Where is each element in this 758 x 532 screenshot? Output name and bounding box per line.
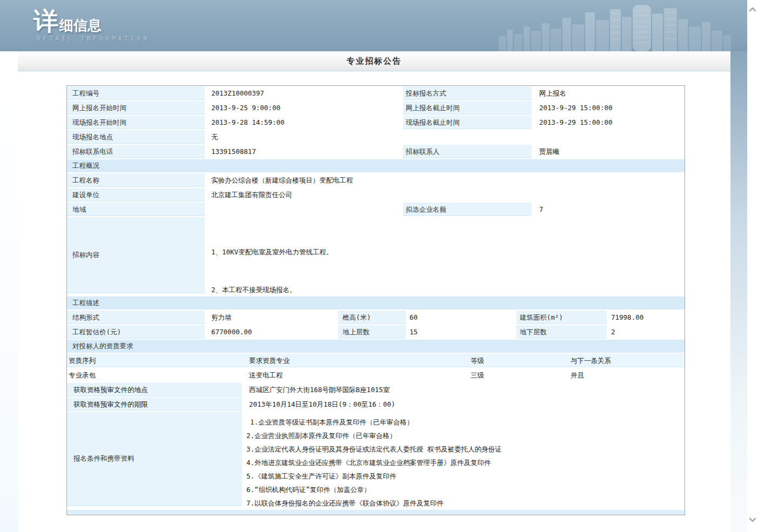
list-item: 4.外地进京建筑业企业还应携带《北京市建筑业企业档案管理手册》原件及复印件 bbox=[246, 456, 685, 469]
field-label: 工程编号 bbox=[67, 86, 205, 100]
field-label: 檐高(米) bbox=[338, 311, 406, 324]
field-value bbox=[205, 203, 403, 216]
list-item: 6.“组织机构代码证”复印件（加盖公章） bbox=[246, 483, 685, 496]
field-label: 现场报名截止时间 bbox=[403, 116, 532, 129]
field-label: 招标联系人 bbox=[403, 145, 532, 158]
field-label: 获取资格预审文件的地点 bbox=[67, 383, 242, 396]
table-row: 结构形式 剪力墙 檐高(米) 60 建筑面积(m²) 71998.00 bbox=[67, 311, 685, 325]
field-value: 剪力墙 bbox=[205, 311, 338, 324]
field-label: 投标报名方式 bbox=[403, 86, 532, 100]
field-value: 7 bbox=[532, 203, 685, 216]
field-value: 71998.00 bbox=[607, 311, 685, 324]
list-item: 2.企业营业执照副本原件及复印件（已年审合格） bbox=[246, 429, 685, 442]
city-skyline-image bbox=[499, 3, 731, 51]
right-background-strip bbox=[730, 51, 747, 532]
field-label: 报名条件和携带资料 bbox=[67, 412, 242, 506]
tender-content-line: 2、本工程不接受现场报名。 bbox=[211, 283, 685, 297]
table-cell: 三级 bbox=[465, 368, 568, 382]
column-header: 要求资质专业 bbox=[242, 354, 465, 367]
field-label: 工程暂估价(元) bbox=[67, 325, 205, 339]
field-label: 招标联系电话 bbox=[67, 145, 205, 158]
site-logo: 详 细信息 DETAIL INFORMATION bbox=[33, 9, 150, 42]
field-value: 网上报名 bbox=[532, 86, 685, 100]
qualification-data-row: 专业承包 送变电工程 三级 并且 bbox=[67, 368, 685, 383]
field-label: 地域 bbox=[67, 203, 205, 216]
list-item: 3.企业法定代表人身份证明及其身份证或法定代表人委托授 权书及被委托人的身份证 bbox=[246, 442, 685, 456]
table-row-requirements: 报名条件和携带资料 1.企业资质等级证书副本原件及复印件（已年审合格） 2.企业… bbox=[67, 412, 685, 510]
table-row: 工程暂估价(元) 6770000.00 地上层数 15 地下层数 2 bbox=[67, 325, 685, 340]
page-title: 专业招标公告 bbox=[347, 56, 402, 66]
title-bar: 专业招标公告 bbox=[18, 51, 730, 71]
table-row: 获取资格预审文件的期限 2013年10月14日至10月18日(9：00至16：0… bbox=[67, 398, 685, 412]
field-value: 6770000.00 bbox=[205, 325, 338, 339]
qualification-header-row: 资质序列 要求资质专业 等级 与下一条关系 bbox=[67, 354, 685, 368]
field-label: 招标内容 bbox=[67, 217, 205, 293]
left-margin-strip bbox=[0, 51, 18, 532]
requirements-list: 1.企业资质等级证书副本原件及复印件（已年审合格） 2.企业营业执照副本原件及复… bbox=[242, 412, 685, 510]
field-value: 13391508817 bbox=[205, 145, 403, 158]
field-value: 2 bbox=[607, 325, 685, 339]
field-value: 2013-9-29 15:00:00 bbox=[532, 116, 685, 129]
section-header-qualification: 对投标人的资质要求 bbox=[67, 340, 685, 353]
scrollbar[interactable] bbox=[747, 0, 758, 532]
table-cell: 并且 bbox=[568, 368, 685, 382]
logo-text-big: 详 bbox=[33, 9, 58, 33]
scroll-up-icon[interactable] bbox=[748, 5, 757, 14]
column-header: 等级 bbox=[465, 354, 568, 367]
column-header: 与下一条关系 bbox=[568, 354, 685, 367]
field-value: 贾晨曦 bbox=[532, 145, 685, 158]
table-row: 工程名称 实验办公综合楼（新建综合楼项目）变配电工程 bbox=[67, 173, 685, 188]
tender-content-line: 1、10KV变配电室及室外电力管线工程。 bbox=[211, 245, 685, 259]
field-value: 15 bbox=[406, 325, 516, 339]
field-value: 2013-9-25 9:00:00 bbox=[205, 101, 403, 115]
field-label: 现场报名开始时间 bbox=[67, 116, 205, 129]
table-cell: 送变电工程 bbox=[242, 368, 465, 382]
field-value: 2013-9-29 15:00:00 bbox=[532, 101, 685, 115]
section-header-overview: 工程概况 bbox=[67, 159, 685, 172]
list-item: 1.企业资质等级证书副本原件及复印件（已年审合格） bbox=[246, 415, 685, 429]
table-row: 地域 拟选企业名额 7 bbox=[67, 203, 685, 217]
field-label: 地上层数 bbox=[338, 325, 406, 339]
field-label: 获取资格预审文件的期限 bbox=[67, 398, 242, 411]
field-label: 现场报名地点 bbox=[67, 130, 205, 144]
scroll-down-icon[interactable] bbox=[748, 515, 757, 524]
announcement-table: 工程编号 2013Z10000397 投标报名方式 网上报名 网上报名开始时间 … bbox=[66, 85, 685, 515]
field-label: 结构形式 bbox=[67, 311, 205, 324]
field-label: 网上报名截止时间 bbox=[403, 101, 532, 115]
table-bottom-strip bbox=[67, 510, 685, 515]
field-label: 拟选企业名额 bbox=[403, 203, 532, 216]
field-value: 2013年10月14日至10月18日(9：00至16：00) bbox=[242, 398, 685, 411]
table-row: 工程编号 2013Z10000397 投标报名方式 网上报名 bbox=[67, 86, 685, 101]
table-row: 现场报名地点 无 bbox=[67, 130, 685, 145]
field-label: 建筑面积(m²) bbox=[516, 311, 607, 324]
field-value: 实验办公综合楼（新建综合楼项目）变配电工程 bbox=[205, 173, 685, 187]
field-value: 1、10KV变配电室及室外电力管线工程。 2、本工程不接受现场报名。 bbox=[205, 217, 685, 297]
column-header: 资质序列 bbox=[67, 354, 242, 367]
field-value: 2013Z10000397 bbox=[205, 86, 403, 100]
section-header-description: 工程描述 bbox=[67, 297, 685, 309]
logo-subtitle: DETAIL INFORMATION bbox=[37, 35, 150, 42]
logo-text-rest: 细信息 bbox=[59, 18, 102, 33]
table-row: 网上报名开始时间 2013-9-25 9:00:00 网上报名截止时间 2013… bbox=[67, 101, 685, 116]
field-value: 北京建工集团有限责任公司 bbox=[205, 188, 685, 201]
field-label: 地下层数 bbox=[516, 325, 607, 339]
field-label: 网上报名开始时间 bbox=[67, 101, 205, 115]
table-row: 招标联系电话 13391508817 招标联系人 贾晨曦 bbox=[67, 145, 685, 159]
list-item: 5.《建筑施工安全生产许可证》副本原件及复印件 bbox=[246, 469, 685, 483]
field-value: 60 bbox=[406, 311, 516, 324]
table-row-tender-content: 招标内容 1、10KV变配电室及室外电力管线工程。 2、本工程不接受现场报名。 bbox=[67, 217, 685, 297]
table-row: 获取资格预审文件的地点 西城区广安门外大街168号朗琴国际B座1015室 bbox=[67, 383, 685, 398]
field-label: 工程名称 bbox=[67, 173, 205, 187]
table-row: 建设单位 北京建工集团有限责任公司 bbox=[67, 188, 685, 203]
field-value: 无 bbox=[205, 130, 685, 144]
list-item: 7.以联合体身份报名的企业还应携带《联合体协议》原件及复印件 bbox=[246, 496, 685, 510]
field-value: 2013-9-28 14:59:00 bbox=[205, 116, 403, 129]
table-row: 现场报名开始时间 2013-9-28 14:59:00 现场报名截止时间 201… bbox=[67, 116, 685, 130]
content-panel: 专业招标公告 工程编号 2013Z10000397 投标报名方式 网上报名 网上… bbox=[18, 51, 730, 532]
field-label: 建设单位 bbox=[67, 188, 205, 201]
page-banner: 详 细信息 DETAIL INFORMATION bbox=[0, 0, 758, 51]
table-cell: 专业承包 bbox=[67, 368, 242, 382]
field-value: 西城区广安门外大街168号朗琴国际B座1015室 bbox=[242, 383, 685, 396]
